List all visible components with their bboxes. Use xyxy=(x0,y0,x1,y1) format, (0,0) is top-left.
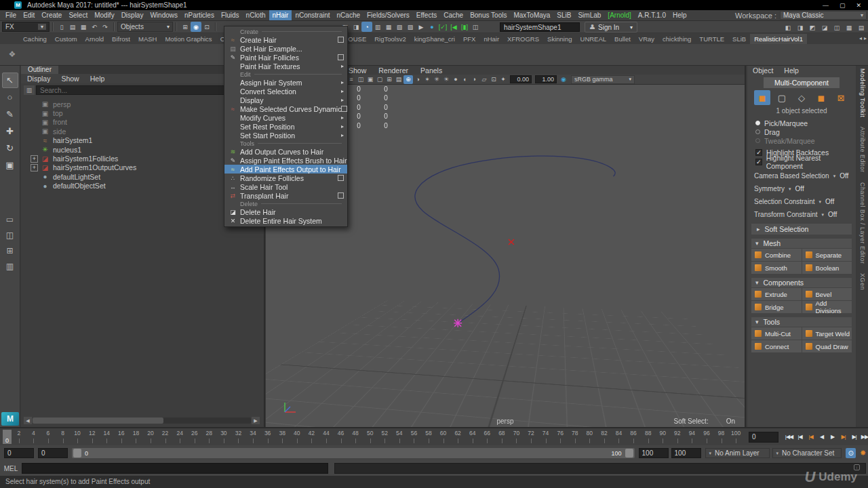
current-frame-marker[interactable]: 0 xyxy=(3,430,12,444)
shelf-tab[interactable]: chickthing xyxy=(658,34,695,44)
outliner-menu-item[interactable]: Display xyxy=(27,75,50,83)
nhair-menu-item[interactable]: ↔ Scale Hair Tool ▸ xyxy=(224,182,347,191)
toolkit-tool-button[interactable]: Connect xyxy=(751,340,802,352)
viewport-toolbar-icon[interactable]: ⊡ xyxy=(489,75,498,84)
toolkit-menu-item[interactable]: Object xyxy=(753,66,773,75)
close-icon[interactable]: ✕ xyxy=(856,2,861,9)
shelf-tab[interactable]: SLiB xyxy=(728,34,750,44)
nhair-menu-item[interactable]: ▤ Get Hair Example... ▸ xyxy=(224,44,347,53)
toolkit-checkbox[interactable]: Highlight Nearest Component xyxy=(747,157,856,167)
shelf-tab[interactable]: Bullet xyxy=(610,34,635,44)
tools-section-header[interactable]: Tools xyxy=(751,317,852,327)
layout-button[interactable]: ◫ xyxy=(2,228,18,242)
menu-item[interactable]: nHair xyxy=(269,10,292,20)
selection-style-radio[interactable]: Drag xyxy=(747,127,856,136)
menu-item[interactable]: A.R.T.1.0 xyxy=(635,10,669,20)
animation-prefs-icon[interactable]: ✸ xyxy=(858,448,868,458)
arrow-right-icon[interactable]: ▸ xyxy=(864,35,867,41)
shelf-tab[interactable]: Custom xyxy=(51,34,81,44)
colorspace-dropdown[interactable]: sRGB gamma ▾ xyxy=(571,75,635,84)
shelf-tab[interactable]: TURTLE xyxy=(695,34,728,44)
nhair-menu-item[interactable]: ∴ Randomize Follicles ▸ xyxy=(224,174,347,182)
playback-button[interactable]: ▶▶| xyxy=(860,434,868,440)
toolkit-menu-item[interactable]: Help xyxy=(784,66,799,75)
range-end-handle[interactable] xyxy=(625,449,633,458)
shelf-tab[interactable]: PFX xyxy=(459,34,479,44)
viewport-toolbar-icon[interactable]: ▤ xyxy=(394,75,403,84)
toolkit-tool-button[interactable]: Multi-Cut xyxy=(751,327,802,340)
search-icon[interactable]: ▥ xyxy=(24,85,35,95)
shelf-tab[interactable]: Caching xyxy=(19,34,51,44)
exposure-field[interactable] xyxy=(510,75,532,83)
viewport-toolbar-icon[interactable]: ≡ xyxy=(347,75,356,84)
toolkit-tool-button[interactable]: Target Weld xyxy=(802,327,852,340)
selection-mask-dropdown[interactable]: Objects ▾ xyxy=(117,22,173,32)
viewport-toolbar-icon[interactable]: ⊞ xyxy=(384,75,394,84)
viewport-toolbar-icon[interactable]: ● xyxy=(451,75,460,84)
components-section-header[interactable]: Components xyxy=(751,278,852,287)
selection-style-radio[interactable]: Pick/Marquee xyxy=(747,119,856,127)
selection-mode-icon[interactable]: ◇ xyxy=(793,90,810,105)
nhair-menu-item[interactable]: Edit ▸ xyxy=(224,70,347,78)
shelf-tab[interactable]: RealisticHairVol1 xyxy=(750,34,807,44)
panel-menu-item[interactable]: Panels xyxy=(420,66,442,75)
shelf-tab[interactable]: Skinning xyxy=(543,34,576,44)
snap-icon[interactable]: ◉ xyxy=(191,22,201,32)
mesh-tool-button[interactable]: Combine xyxy=(751,249,802,261)
playback-button[interactable]: |◀ xyxy=(795,434,805,440)
menu-item[interactable]: Edit xyxy=(20,10,38,20)
gamma-icon[interactable]: ◉ xyxy=(559,75,568,84)
arrow-right-icon[interactable]: ▶ xyxy=(252,417,260,424)
viewport-toolbar-icon[interactable]: ◑ xyxy=(413,75,422,84)
menu-item[interactable]: Create xyxy=(38,10,65,20)
layout-button[interactable]: ▭ xyxy=(2,212,18,226)
sidebar-toggle-icon[interactable]: ▤ xyxy=(856,22,867,33)
mesh-section-header[interactable]: Mesh xyxy=(751,239,852,248)
file-action-icon[interactable]: ↷ xyxy=(100,22,111,32)
shelf-tab[interactable]: VRay xyxy=(635,34,658,44)
outliner-tab[interactable]: Outliner xyxy=(21,66,58,74)
viewport-toolbar-icon[interactable]: ▢ xyxy=(375,75,384,84)
playback-button[interactable]: |◀◀ xyxy=(784,434,794,440)
character-set-dropdown[interactable]: ▾ No Character Set xyxy=(772,448,842,458)
playback-button[interactable]: ▶| xyxy=(838,434,848,440)
viewport-toolbar-icon[interactable]: ⊕ xyxy=(403,75,413,84)
snap-icon[interactable]: ⊞ xyxy=(180,22,191,32)
render-icon[interactable]: [◀ xyxy=(448,22,459,32)
render-icon[interactable]: ▨ xyxy=(405,22,416,32)
snap-icon[interactable]: ⊡ xyxy=(201,22,212,32)
render-icon[interactable]: ◫ xyxy=(470,22,481,32)
menu-item[interactable]: SLiB xyxy=(553,10,574,20)
menu-item[interactable]: Modify xyxy=(91,10,117,20)
shelf-tab[interactable]: RigToolsv2 xyxy=(370,34,410,44)
shelf-tab[interactable]: nHair xyxy=(479,34,503,44)
component-tool-button[interactable]: Extrude xyxy=(751,288,802,300)
nhair-menu-item[interactable]: ✎ Assign Paint Effects Brush to Hair ▸ xyxy=(224,156,347,165)
command-input[interactable] xyxy=(22,463,328,474)
option-box-icon[interactable] xyxy=(338,54,344,60)
soft-selection-header[interactable]: Soft Selection xyxy=(751,224,852,235)
expand-icon[interactable] xyxy=(31,155,38,163)
selection-mode-icon[interactable]: ⊠ xyxy=(833,90,849,105)
menu-item[interactable]: Select xyxy=(65,10,91,20)
anim-end-field[interactable] xyxy=(671,448,701,458)
nhair-menu-item[interactable]: Set Rest Position ▸ xyxy=(224,122,347,131)
shelf-tab[interactable]: UNREAL xyxy=(576,34,611,44)
viewport-toolbar-icon[interactable]: ✶ xyxy=(422,75,432,84)
selection-mode-icon[interactable]: ◼ xyxy=(813,90,829,105)
render-icon[interactable]: [✓] xyxy=(437,22,448,32)
nhair-menu-item[interactable]: Modify Curves ▸ xyxy=(224,113,347,122)
sign-in-button[interactable]: 👤︎ Sign In ▾ xyxy=(585,22,637,33)
nhair-menu-item[interactable]: ✎ Paint Hair Follicles ▸ xyxy=(224,53,347,62)
arrow-left-icon[interactable]: ◀ xyxy=(24,417,32,424)
anim-start-field[interactable] xyxy=(4,448,34,458)
nhair-menu-item[interactable]: ≈ Create Hair ▸ xyxy=(224,35,347,44)
shelf-scroll-arrows[interactable]: ◂▸ xyxy=(859,35,867,41)
nhair-menu-item[interactable]: Tools ▸ xyxy=(224,140,347,147)
sidebar-toggle-icon[interactable]: ▦ xyxy=(844,22,854,33)
multi-component-button[interactable]: Multi-Component xyxy=(764,77,840,88)
nhair-menu-item[interactable]: Delete ▸ xyxy=(224,200,347,207)
render-icon[interactable]: ▧ xyxy=(394,22,405,32)
shelf-tab[interactable]: Arnold xyxy=(81,34,108,44)
nhair-menu-item[interactable]: ≈ Add Paint Effects Output to Hair ▸ xyxy=(224,165,347,174)
